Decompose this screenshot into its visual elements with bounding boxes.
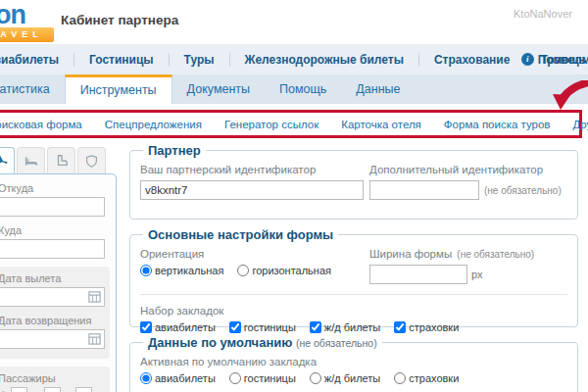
vertical-radio[interactable] xyxy=(140,265,152,276)
dates-panel: Дата вылета Дата возвращения xyxy=(0,267,110,359)
partner-fieldset: Партнер Ваш партнерский идентификатор До… xyxy=(129,143,578,220)
calendar-icon[interactable] xyxy=(88,290,101,303)
partner-id-input[interactable] xyxy=(140,180,364,200)
from-input[interactable] xyxy=(0,197,105,217)
children-count[interactable]: 0 xyxy=(44,387,61,392)
widget-tab-tours[interactable] xyxy=(47,147,75,173)
info-icon: i xyxy=(521,53,534,66)
form-settings-fieldset: Основные настройки формы Ориентация верт… xyxy=(129,227,578,327)
tab-instruments[interactable]: Инструменты xyxy=(65,74,172,104)
nav-item-tours[interactable]: Туры xyxy=(170,53,229,67)
default-insurance-radio[interactable] xyxy=(394,372,406,384)
toolbar-link-search-form[interactable]: Поисковая форма xyxy=(0,119,82,130)
passengers-label: Пассажиры xyxy=(0,372,105,384)
tab-set-label: Набор закладок xyxy=(140,305,567,317)
partner-cabinet-page: ozon travel Кабинет партнера KtoNaNover … xyxy=(0,0,588,392)
form-settings-legend: Основные настройки формы xyxy=(143,227,338,242)
widget-tab-hotels[interactable] xyxy=(17,147,45,173)
nav-item-hotels[interactable]: Гостиницы xyxy=(74,53,169,67)
nav-item-rail[interactable]: Железнодорожные билеты xyxy=(230,53,418,67)
tabset-option-rail[interactable]: ж/д билеты xyxy=(310,321,380,333)
infants-count[interactable]: 0 xyxy=(75,387,92,392)
instruments-toolbar: Поисковая форма Спецпредложения Генерато… xyxy=(0,110,582,138)
search-widget-tabs xyxy=(0,147,108,173)
page-title: Кабинет партнера xyxy=(61,13,178,27)
main-nav: Авиабилеты Гостиницы Туры Железнодорожны… xyxy=(0,44,588,74)
orientation-label: Ориентация xyxy=(140,248,369,260)
hotels-checkbox[interactable] xyxy=(229,321,241,333)
widget-tab-insurance[interactable] xyxy=(77,147,106,173)
tab-statistics[interactable]: Статистика xyxy=(0,74,65,104)
form-width-optional-note: (не обязательно) xyxy=(457,249,534,260)
adults-count[interactable]: 1 xyxy=(11,387,27,392)
header: ozon travel Кабинет партнера KtoNaNover xyxy=(0,0,588,43)
ozon-travel-logo[interactable]: ozon travel xyxy=(0,3,54,42)
search-form-settings: Партнер Ваш партнерский идентификатор До… xyxy=(129,143,578,392)
orientation-option-vertical[interactable]: вертикальная xyxy=(140,265,223,276)
tab-help[interactable]: Помощь xyxy=(265,74,341,104)
tabset-option-hotels[interactable]: гостиницы xyxy=(229,321,296,333)
flight-search-widget: Откуда Куда Дата вылета Дата возвращения xyxy=(0,173,117,392)
hotel-icon xyxy=(24,154,38,168)
horizontal-radio[interactable] xyxy=(237,265,249,276)
insurance-checkbox[interactable] xyxy=(394,321,406,333)
extra-id-input[interactable] xyxy=(369,180,479,200)
default-option-rail[interactable]: ж/д билеты xyxy=(310,372,380,384)
logo-travel-bar: travel xyxy=(0,27,54,42)
partner-id-label: Ваш партнерский идентификатор xyxy=(140,164,369,175)
extra-id-label: Дополнительный идентификатор xyxy=(369,164,567,175)
from-label: Откуда xyxy=(0,182,105,194)
plane-icon xyxy=(0,153,9,169)
default-option-insurance[interactable]: страховки xyxy=(394,372,459,384)
nav-help-label: Помощь xyxy=(538,53,586,67)
to-label: Куда xyxy=(0,224,105,236)
tabset-option-avia[interactable]: авиабилеты xyxy=(140,321,216,333)
section-tabs: Статистика Инструменты Документы Помощь … xyxy=(0,74,588,104)
avia-checkbox[interactable] xyxy=(140,321,152,333)
active-tab-label: Активная по умолчанию закладка xyxy=(140,356,567,368)
settings-divider xyxy=(140,294,567,295)
defaults-legend: Данные по умолчанию (не обязательно) xyxy=(143,335,382,350)
defaults-fieldset: Данные по умолчанию (не обязательно) Акт… xyxy=(129,335,578,392)
toolbar-link-hotel-card[interactable]: Карточка отеля xyxy=(341,119,421,130)
nav-item-insurance[interactable]: Страхование xyxy=(419,53,524,67)
annotation-arrow-icon xyxy=(545,80,588,112)
orientation-option-horizontal[interactable]: горизонтальная xyxy=(237,265,331,276)
logo-wordmark: ozon xyxy=(0,3,54,26)
nav-item-avia[interactable]: Авиабилеты xyxy=(0,53,74,67)
to-input[interactable] xyxy=(0,239,105,259)
px-unit-label: px xyxy=(471,269,483,280)
extra-id-optional-note: (не обязательно) xyxy=(484,185,562,196)
default-hotels-radio[interactable] xyxy=(229,372,241,384)
form-width-label: Ширина формы (не обязательно) xyxy=(369,248,567,260)
depart-date-label: Дата вылета xyxy=(0,272,105,284)
toolbar-link-link-generator[interactable]: Генератор ссылок xyxy=(224,119,318,130)
main-nav-items: Авиабилеты Гостиницы Туры Железнодорожны… xyxy=(0,53,588,67)
tours-icon xyxy=(55,154,69,168)
tabset-option-insurance[interactable]: страховки xyxy=(394,321,459,333)
watermark-text: KtoNaNover xyxy=(514,8,572,20)
tab-documents[interactable]: Документы xyxy=(172,74,265,104)
toolbar-link-other-instruments[interactable]: Другие инструменты xyxy=(572,119,588,130)
default-option-avia[interactable]: авиабилеты xyxy=(140,372,216,384)
default-avia-radio[interactable] xyxy=(140,372,152,384)
passengers-panel: Пассажиры 1 0 0 Класс эконом xyxy=(0,367,110,392)
defaults-legend-note: (не обязательно) xyxy=(296,337,377,349)
partner-legend: Партнер xyxy=(143,143,206,158)
section-tabbar: Статистика Инструменты Документы Помощь … xyxy=(0,74,588,104)
return-date-label: Дата возвращения xyxy=(0,315,105,326)
default-rail-radio[interactable] xyxy=(310,372,321,384)
toolbar-link-tour-search-form[interactable]: Форма поиска туров xyxy=(444,119,551,130)
nav-help[interactable]: i Помощь xyxy=(521,53,586,67)
form-width-input[interactable] xyxy=(369,265,467,284)
tab-data[interactable]: Данные xyxy=(341,74,415,104)
default-option-hotels[interactable]: гостиницы xyxy=(229,372,296,384)
insurance-icon xyxy=(85,155,98,168)
rail-checkbox[interactable] xyxy=(310,321,321,333)
toolbar-link-special-offers[interactable]: Спецпредложения xyxy=(105,119,202,130)
widget-tab-avia[interactable] xyxy=(0,147,15,173)
calendar-icon[interactable] xyxy=(88,332,101,345)
